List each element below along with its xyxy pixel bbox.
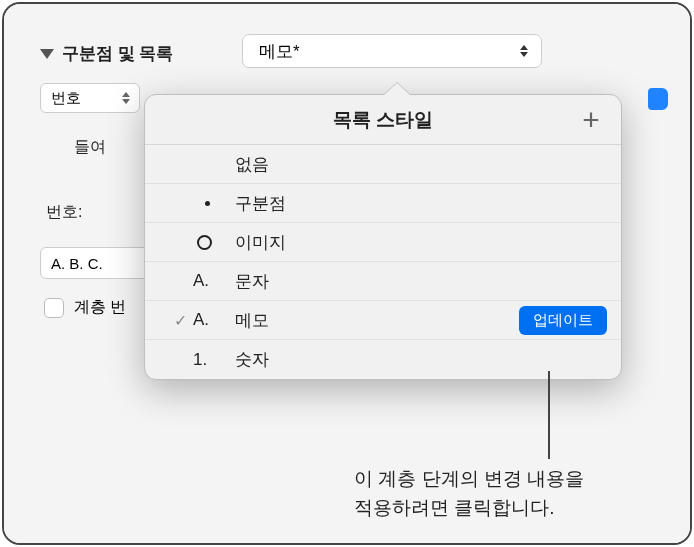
blue-segment-edge xyxy=(648,88,668,110)
list-item-label: 문자 xyxy=(235,270,607,293)
tier-checkbox[interactable] xyxy=(44,298,64,318)
number-type-label: 번호 xyxy=(51,89,81,108)
list-item-label: 구분점 xyxy=(235,192,607,215)
list-item-label: 이미지 xyxy=(235,231,607,254)
section-disclosure[interactable]: 구분점 및 목록 xyxy=(22,42,232,65)
chevron-updown-icon xyxy=(517,42,531,60)
bullet-icon xyxy=(193,201,235,206)
list-style-item-none[interactable]: 없음 xyxy=(145,145,621,184)
list-item-label: 숫자 xyxy=(235,348,607,371)
chevron-updown-icon xyxy=(119,89,133,107)
list-style-popover: 목록 스타일 + 없음 구분점 이 xyxy=(144,94,622,380)
callout-leader-line xyxy=(548,371,550,459)
section-title: 구분점 및 목록 xyxy=(62,42,173,65)
list-style-dropdown[interactable]: 메모* xyxy=(242,34,542,68)
list-style-item-memo[interactable]: ✓ A. 메모 업데이트 xyxy=(145,301,621,340)
number-format-value: A. B. C. xyxy=(51,255,103,272)
callout-text: 이 계층 단계의 변경 내용을 적용하려면 클릭합니다. xyxy=(354,465,674,522)
circle-icon xyxy=(193,235,235,250)
preview-memo: A. xyxy=(193,310,235,330)
list-item-label: 메모 xyxy=(235,309,519,332)
chevron-down-icon xyxy=(40,49,54,59)
list-style-item-letter[interactable]: A. 문자 xyxy=(145,262,621,301)
tier-checkbox-label: 계층 번 xyxy=(74,297,126,318)
preview-number: 1. xyxy=(193,350,235,370)
list-item-label: 없음 xyxy=(235,153,607,176)
list-style-item-image[interactable]: 이미지 xyxy=(145,223,621,262)
popover-title: 목록 스타일 xyxy=(333,107,433,133)
update-button[interactable]: 업데이트 xyxy=(519,306,607,335)
number-type-select[interactable]: 번호 xyxy=(40,83,140,113)
add-style-button[interactable]: + xyxy=(575,104,607,136)
list-style-item-bullet[interactable]: 구분점 xyxy=(145,184,621,223)
plus-icon: + xyxy=(582,103,600,137)
check-icon: ✓ xyxy=(167,311,193,330)
preview-letter: A. xyxy=(193,271,235,291)
list-style-current: 메모* xyxy=(259,40,300,63)
